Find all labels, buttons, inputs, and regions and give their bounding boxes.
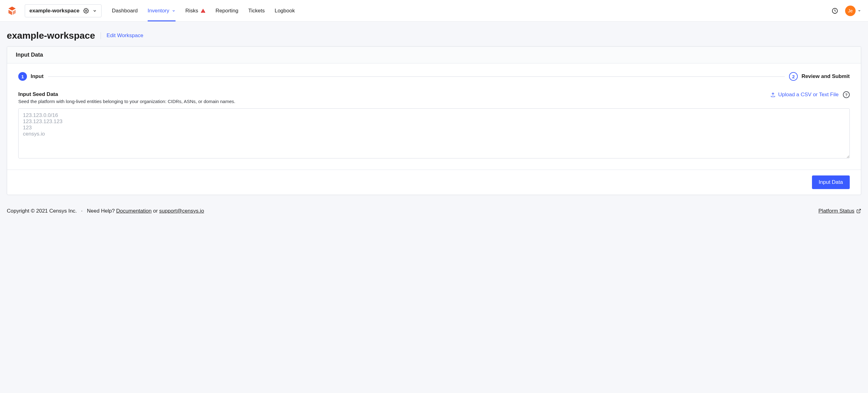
- step-connector: [48, 76, 785, 77]
- svg-marker-2: [13, 9, 16, 14]
- seed-title: Input Seed Data: [18, 91, 235, 97]
- avatar-initials: Je: [848, 8, 853, 13]
- nav-reporting-label: Reporting: [215, 8, 238, 14]
- footer-support-link[interactable]: support@censys.io: [159, 208, 204, 214]
- nav-inventory[interactable]: Inventory: [148, 0, 176, 21]
- edit-workspace-link[interactable]: Edit Workspace: [106, 32, 143, 39]
- help-button[interactable]: ?: [843, 91, 850, 98]
- clock-icon: [832, 7, 838, 14]
- chevron-down-icon: [93, 9, 97, 13]
- upload-icon: [770, 92, 776, 97]
- page-header: example-workspace Edit Workspace: [0, 22, 868, 46]
- footer-need-help: Need Help?: [87, 208, 115, 214]
- workspace-switcher[interactable]: example-workspace: [25, 4, 101, 17]
- step-1-label: Input: [31, 73, 44, 79]
- card-title: Input Data: [7, 47, 861, 63]
- caret-down-icon: [858, 9, 861, 13]
- footer-or: or: [153, 208, 158, 214]
- footer-copyright: Copyright © 2021 Censys Inc.: [7, 208, 77, 214]
- footer-platform-status-link[interactable]: Platform Status: [818, 208, 861, 214]
- upload-file-label: Upload a CSV or Text File: [778, 92, 839, 98]
- page-title: example-workspace: [7, 30, 95, 41]
- history-button[interactable]: [830, 6, 839, 15]
- nav-reporting[interactable]: Reporting: [215, 0, 238, 21]
- main-nav: Dashboard Inventory Risks Reporting Tick…: [112, 0, 295, 21]
- nav-logbook-label: Logbook: [275, 8, 295, 14]
- workspace-switcher-label: example-workspace: [29, 8, 80, 14]
- card-footer: Input Data: [7, 170, 861, 195]
- nav-risks-label: Risks: [185, 8, 198, 14]
- step-2-label: Review and Submit: [801, 73, 850, 79]
- site-footer: Copyright © 2021 Censys Inc. · Need Help…: [0, 202, 868, 222]
- input-data-button[interactable]: Input Data: [812, 175, 850, 189]
- censys-logo-icon: [7, 6, 17, 16]
- step-2-badge: 2: [789, 72, 798, 81]
- stepper: 1 Input 2 Review and Submit: [18, 72, 850, 81]
- question-icon: ?: [845, 93, 847, 97]
- input-data-card: Input Data 1 Input 2 Review and Submit I…: [7, 46, 861, 195]
- avatar[interactable]: Je: [845, 6, 856, 16]
- svg-marker-5: [858, 10, 861, 12]
- card-body: 1 Input 2 Review and Submit Input Seed D…: [7, 63, 861, 170]
- step-1[interactable]: 1 Input: [18, 72, 44, 81]
- seed-header-text: Input Seed Data Seed the platform with l…: [18, 91, 235, 104]
- footer-separator: ·: [81, 208, 83, 214]
- footer-status-label: Platform Status: [818, 208, 855, 214]
- nav-risks[interactable]: Risks: [185, 0, 206, 21]
- upload-wrap: Upload a CSV or Text File ?: [770, 91, 850, 98]
- nav-logbook[interactable]: Logbook: [275, 0, 295, 21]
- svg-point-3: [85, 10, 87, 11]
- warning-icon: [200, 8, 206, 13]
- nav-tickets[interactable]: Tickets: [248, 0, 265, 21]
- nav-inventory-label: Inventory: [148, 8, 169, 14]
- topbar: example-workspace Dashboard Inventory Ri…: [0, 0, 868, 22]
- nav-dashboard[interactable]: Dashboard: [112, 0, 138, 21]
- nav-dashboard-label: Dashboard: [112, 8, 138, 14]
- gear-icon: [83, 8, 89, 13]
- footer-documentation-link[interactable]: Documentation: [116, 208, 151, 214]
- upload-file-link[interactable]: Upload a CSV or Text File: [770, 92, 839, 98]
- nav-tickets-label: Tickets: [248, 8, 265, 14]
- seed-data-textarea[interactable]: [18, 108, 850, 158]
- step-1-badge: 1: [18, 72, 27, 81]
- step-2[interactable]: 2 Review and Submit: [789, 72, 850, 81]
- svg-line-7: [859, 209, 861, 211]
- svg-marker-0: [8, 6, 16, 10]
- seed-description: Seed the platform with long-lived entiti…: [18, 99, 235, 104]
- brand-logo[interactable]: [7, 6, 17, 16]
- seed-header-row: Input Seed Data Seed the platform with l…: [18, 91, 850, 104]
- svg-marker-1: [8, 9, 12, 15]
- user-menu-toggle[interactable]: [858, 9, 861, 13]
- chevron-down-icon: [172, 9, 176, 13]
- external-link-icon: [856, 208, 861, 214]
